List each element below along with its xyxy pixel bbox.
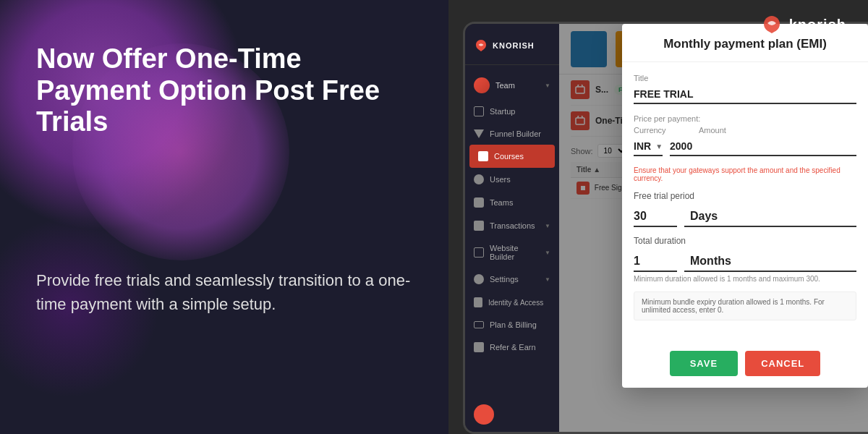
transactions-icon bbox=[474, 221, 484, 231]
sidebar-users-label: Users bbox=[490, 175, 511, 184]
main-headline: Now Offer One-Time Payment Option Post F… bbox=[36, 43, 412, 138]
logo-area: knorish bbox=[760, 13, 846, 36]
identity-icon bbox=[474, 297, 482, 307]
trial-section: Free trial period Days bbox=[634, 191, 856, 227]
sidebar-item-users[interactable]: Users bbox=[465, 168, 559, 191]
tablet-inner: KNORISH Team ▼ Startup Funnel Builder bbox=[465, 24, 868, 432]
sidebar-item-team[interactable]: Team ▼ bbox=[465, 71, 559, 100]
duration-period-row: Months bbox=[634, 252, 856, 272]
sidebar-courses-label: Courses bbox=[494, 152, 524, 161]
website-icon bbox=[474, 247, 484, 258]
currency-value: INR bbox=[634, 140, 651, 152]
title-field: Title bbox=[634, 74, 856, 104]
sidebar-transactions-label: Transactions bbox=[490, 221, 535, 230]
currency-chevron-icon: ▼ bbox=[655, 142, 663, 150]
sidebar-item-funnel[interactable]: Funnel Builder bbox=[465, 123, 559, 145]
right-panel: KNORISH Team ▼ Startup Funnel Builder bbox=[448, 0, 868, 434]
save-button[interactable]: SAVE bbox=[670, 351, 738, 376]
team-avatar-icon bbox=[474, 77, 490, 93]
sub-text: Provide free trials and seamlessly trans… bbox=[36, 268, 412, 316]
left-content: Now Offer One-Time Payment Option Post F… bbox=[0, 0, 448, 359]
modal-body: Title Price per payment: Currency bbox=[622, 62, 868, 342]
trial-value-input[interactable] bbox=[634, 207, 677, 227]
website-chevron-icon: ▼ bbox=[545, 250, 550, 256]
sidebar-billing-label: Plan & Billing bbox=[490, 320, 537, 329]
logo-text: knorish bbox=[789, 17, 846, 33]
warning-text: Ensure that your gateways support the am… bbox=[634, 166, 856, 182]
sidebar-teams-label: Teams bbox=[490, 198, 513, 207]
modal-footer: SAVE CANCEL bbox=[622, 342, 868, 388]
sidebar-item-website[interactable]: Website Builder ▼ bbox=[465, 237, 559, 268]
sidebar-startup-label: Startup bbox=[490, 107, 515, 116]
total-duration-label: Total duration bbox=[634, 236, 856, 246]
teams-icon bbox=[474, 197, 484, 208]
billing-icon bbox=[474, 321, 484, 328]
duration-value-input[interactable] bbox=[634, 252, 677, 272]
courses-icon bbox=[478, 151, 488, 161]
sidebar-item-teams[interactable]: Teams bbox=[465, 191, 559, 214]
startup-icon bbox=[474, 106, 484, 116]
modal-box: Monthly payment plan (EMI) Title Price p… bbox=[622, 24, 868, 388]
sidebar-website-label: Website Builder bbox=[490, 244, 539, 261]
team-chevron-icon: ▼ bbox=[545, 82, 550, 89]
sidebar-item-courses[interactable]: Courses bbox=[469, 145, 555, 168]
refer-icon bbox=[474, 342, 484, 352]
sidebar-team-label: Team bbox=[495, 81, 515, 90]
trial-period-row: Days bbox=[634, 207, 856, 227]
sidebar: KNORISH Team ▼ Startup Funnel Builder bbox=[465, 24, 559, 432]
amount-input[interactable] bbox=[670, 137, 856, 156]
left-panel: Now Offer One-Time Payment Option Post F… bbox=[0, 0, 448, 434]
users-icon bbox=[474, 174, 484, 184]
settings-chevron-icon: ▼ bbox=[545, 276, 550, 283]
price-per-payment-label: Price per payment: bbox=[634, 114, 700, 123]
settings-icon bbox=[474, 274, 484, 284]
duration-unit[interactable]: Months bbox=[684, 252, 856, 272]
cancel-button[interactable]: CANCEL bbox=[745, 351, 820, 376]
tablet-mockup: KNORISH Team ▼ Startup Funnel Builder bbox=[463, 22, 868, 434]
price-label-row: Price per payment: bbox=[634, 114, 856, 123]
trial-unit[interactable]: Days bbox=[684, 207, 856, 227]
modal-overlay: Monthly payment plan (EMI) Title Price p… bbox=[559, 24, 868, 432]
sidebar-identity-label: Identity & Access bbox=[488, 299, 543, 307]
note-box: Minimum bundle expiry duration allowed i… bbox=[634, 292, 856, 320]
sidebar-item-startup[interactable]: Startup bbox=[465, 100, 559, 123]
funnel-icon bbox=[474, 129, 484, 138]
amount-label: Amount bbox=[699, 126, 726, 135]
main-content: + BUNDLE NAME Business Mastery Bundle bbox=[559, 24, 868, 432]
sidebar-funnel-label: Funnel Builder bbox=[490, 129, 541, 138]
price-row: INR ▼ bbox=[634, 137, 856, 156]
sidebar-item-billing[interactable]: Plan & Billing bbox=[465, 314, 559, 336]
currency-label: Currency bbox=[634, 126, 692, 135]
duration-section: Total duration Months Minimum duration a… bbox=[634, 236, 856, 283]
price-field: Price per payment: Currency Amount INR bbox=[634, 114, 856, 156]
sidebar-refer-label: Refer & Earn bbox=[490, 343, 536, 352]
hint-text: Minimum duration allowed is 1 months and… bbox=[634, 275, 856, 283]
sidebar-item-refer[interactable]: Refer & Earn bbox=[465, 336, 559, 359]
title-input[interactable] bbox=[634, 85, 856, 104]
trial-period-label: Free trial period bbox=[634, 191, 856, 201]
top-bar: knorish bbox=[0, 0, 868, 51]
sidebar-settings-label: Settings bbox=[490, 275, 519, 284]
title-label: Title bbox=[634, 74, 856, 82]
sidebar-item-transactions[interactable]: Transactions ▼ bbox=[465, 214, 559, 237]
currency-select[interactable]: INR ▼ bbox=[634, 137, 663, 156]
sidebar-item-settings[interactable]: Settings ▼ bbox=[465, 268, 559, 291]
currency-amount-labels: Currency Amount bbox=[634, 126, 856, 135]
transactions-chevron-icon: ▼ bbox=[545, 223, 550, 229]
sidebar-item-identity[interactable]: Identity & Access bbox=[465, 291, 559, 314]
logo-icon bbox=[760, 13, 783, 36]
sidebar-bottom-button[interactable] bbox=[474, 404, 494, 425]
